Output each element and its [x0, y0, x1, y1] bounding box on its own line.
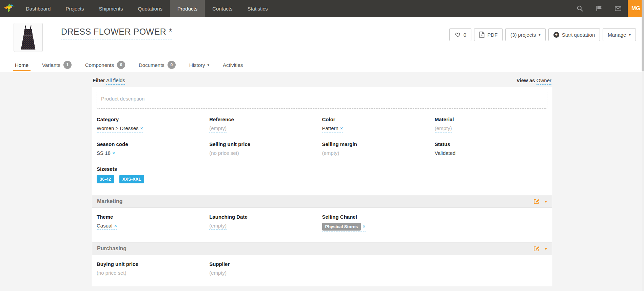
- sizeset-badge[interactable]: XXS-XXL: [119, 175, 144, 183]
- field-value[interactable]: Casual×: [97, 223, 117, 230]
- view-as-selector[interactable]: Owner: [536, 77, 551, 85]
- field-material: Material (empty): [435, 116, 547, 132]
- field-label: Supplier: [209, 261, 315, 267]
- tab-components[interactable]: Components 0: [78, 58, 132, 72]
- field-label: Selling margin: [322, 141, 428, 147]
- field-value[interactable]: Women > Dresses×: [97, 125, 143, 132]
- tab-label: Home: [15, 62, 28, 68]
- tab-label: Documents: [139, 62, 164, 68]
- field-value[interactable]: (empty): [209, 223, 227, 230]
- field-selling-unit-price: Selling unit price (no price set): [209, 141, 322, 157]
- field-value[interactable]: (no price set): [209, 150, 239, 157]
- marketing-section-header: Marketing ▾: [92, 195, 552, 208]
- nav-item-products[interactable]: Products: [170, 0, 205, 17]
- field-label: Launching Date: [209, 214, 315, 220]
- field-value[interactable]: (empty): [209, 270, 227, 277]
- favorite-button[interactable]: 0: [449, 28, 471, 41]
- field-value[interactable]: Physical Stores×: [322, 223, 366, 232]
- field-value[interactable]: (empty): [435, 125, 452, 132]
- pdf-button[interactable]: PDF: [474, 28, 503, 41]
- collapse-caret-icon[interactable]: ▾: [545, 246, 547, 251]
- count-badge: 0: [117, 61, 125, 69]
- edit-icon[interactable]: [533, 245, 540, 252]
- edit-icon[interactable]: [533, 198, 540, 204]
- filter-fields-selector[interactable]: All fields: [106, 77, 125, 85]
- field-label: Status: [435, 141, 541, 147]
- purchasing-fields-grid: Buying unit price (no price set) Supplie…: [92, 255, 552, 286]
- search-icon[interactable]: [570, 0, 589, 17]
- product-header: DRESS FLOWER POWER * 0 PDF (3) projects: [0, 17, 644, 58]
- product-tabbar: Home Variants 1 Components 0 Documents 0…: [0, 58, 644, 72]
- start-quotation-button[interactable]: + Start quotation: [548, 28, 600, 41]
- product-title[interactable]: DRESS FLOWER POWER *: [61, 27, 172, 39]
- nav-item-dashboard[interactable]: Dashboard: [18, 0, 58, 17]
- product-thumbnail[interactable]: [14, 23, 43, 52]
- field-launching-date: Launching Date (empty): [209, 214, 322, 232]
- purchasing-section-header: Purchasing ▾: [92, 242, 552, 255]
- remove-icon[interactable]: ×: [112, 150, 115, 156]
- tab-activities[interactable]: Activities: [216, 58, 250, 72]
- dress-image: [18, 24, 38, 51]
- field-label: Buying unit price: [97, 261, 202, 267]
- bird-logo-icon: [3, 3, 15, 14]
- nav-item-contacts[interactable]: Contacts: [205, 0, 240, 17]
- envelope-icon[interactable]: [608, 0, 628, 17]
- projects-dropdown-button[interactable]: (3) projects ▾: [505, 28, 546, 41]
- navbar-right: MG: [570, 0, 644, 17]
- count-badge: 0: [168, 61, 176, 69]
- chevron-down-icon: ▾: [208, 63, 210, 67]
- filter-control: Filter All fields: [93, 77, 125, 83]
- field-selling-margin: Selling margin (empty): [322, 141, 435, 157]
- field-value[interactable]: (empty): [209, 125, 227, 132]
- tab-history[interactable]: History ▾: [182, 58, 216, 72]
- product-description-input[interactable]: [97, 92, 547, 109]
- count-badge: 1: [63, 61, 72, 69]
- marketing-fields-grid: Theme Casual× Launching Date (empty) Sel…: [92, 208, 552, 241]
- remove-icon[interactable]: ×: [140, 126, 143, 131]
- field-supplier: Supplier (empty): [209, 261, 322, 277]
- tab-label: History: [189, 62, 205, 68]
- field-theme: Theme Casual×: [97, 214, 209, 232]
- favorite-count: 0: [464, 32, 466, 38]
- field-category: Category Women > Dresses×: [97, 116, 209, 132]
- tab-label: Activities: [223, 62, 243, 68]
- nav-item-shipments[interactable]: Shipments: [92, 0, 131, 17]
- field-status: Status Validated: [435, 141, 547, 157]
- field-reference: Reference (empty): [209, 116, 322, 132]
- field-label: Selling unit price: [209, 141, 315, 147]
- field-value[interactable]: (empty): [322, 150, 339, 157]
- main-content: Filter All fields View as Owner Category…: [92, 72, 552, 286]
- manage-dropdown-button[interactable]: Manage ▾: [603, 28, 636, 41]
- app-logo[interactable]: [0, 0, 18, 17]
- field-color: Color Pattern×: [322, 116, 435, 132]
- field-label: Material: [435, 116, 541, 122]
- sizeset-badge[interactable]: 36-42: [97, 175, 114, 183]
- tab-documents[interactable]: Documents 0: [132, 58, 182, 72]
- field-label: Theme: [97, 214, 202, 220]
- nav-item-quotations[interactable]: Quotations: [130, 0, 170, 17]
- flag-icon[interactable]: [589, 0, 608, 17]
- remove-icon[interactable]: ×: [363, 224, 365, 229]
- remove-icon[interactable]: ×: [340, 126, 343, 131]
- scrollbar[interactable]: [642, 0, 644, 291]
- remove-icon[interactable]: ×: [114, 223, 117, 229]
- nav-item-projects[interactable]: Projects: [58, 0, 91, 17]
- section-title: Purchasing: [97, 245, 126, 252]
- start-quotation-label: Start quotation: [562, 32, 595, 38]
- field-value[interactable]: Validated: [435, 150, 455, 157]
- collapse-caret-icon[interactable]: ▾: [545, 199, 547, 204]
- field-value[interactable]: (no price set): [97, 270, 126, 277]
- view-as-label: View as: [516, 77, 535, 83]
- field-sizesets: Sizesets 36-42 XXS-XXL: [97, 166, 547, 183]
- tab-variants[interactable]: Variants 1: [35, 58, 78, 72]
- tab-home[interactable]: Home: [8, 58, 35, 72]
- field-value[interactable]: Pattern×: [322, 125, 343, 132]
- channel-badge[interactable]: Physical Stores: [322, 223, 361, 231]
- pdf-file-icon: [479, 32, 485, 38]
- nav-item-statistics[interactable]: Statistics: [240, 0, 275, 17]
- view-as-control: View as Owner: [516, 77, 551, 83]
- scrollbar-thumb[interactable]: [642, 0, 644, 71]
- field-value[interactable]: SS 18×: [97, 150, 115, 157]
- plus-circle-icon: +: [553, 32, 559, 38]
- top-navbar: Dashboard Projects Shipments Quotations …: [0, 0, 644, 17]
